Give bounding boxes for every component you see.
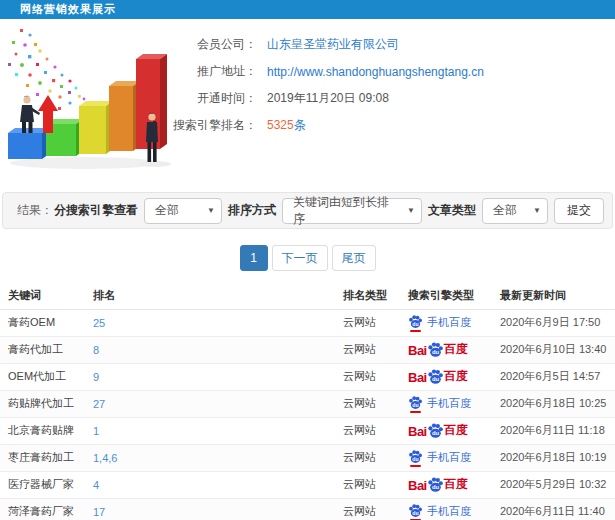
cell-rank-link[interactable]: 9 — [85, 363, 335, 390]
cell-engine-type: Baidu百度 — [400, 336, 492, 363]
cell-keyword: 医疗器械厂家 — [0, 471, 85, 498]
info-row-company: 会员公司： 山东皇圣堂药业有限公司 — [185, 31, 484, 58]
svg-text:du: du — [412, 401, 418, 407]
engine-label: 手机百度 — [427, 315, 471, 330]
rank-count-number: 5325 — [267, 118, 294, 132]
baidu-paw-icon: du — [408, 314, 423, 329]
svg-text:du: du — [432, 376, 440, 382]
mobile-baidu-logo: du手机百度 — [408, 449, 471, 467]
cell-rank-link[interactable]: 27 — [85, 390, 335, 417]
baidu-logo-cn: 百度 — [444, 476, 468, 493]
cell-engine-type: Baidu百度 — [400, 363, 492, 390]
page-header: 网络营销效果展示 — [0, 0, 615, 19]
cell-updated-time: 2020年5月29日 10:32 — [492, 471, 615, 498]
paw-underline — [410, 411, 421, 413]
cell-updated-time: 2020年6月11日 11:18 — [492, 417, 615, 444]
pagination: 1 下一页 尾页 — [0, 245, 615, 271]
engine-label: 手机百度 — [427, 504, 471, 519]
cell-rank-type: 云网站 — [335, 309, 400, 336]
table-row: 枣庄膏药加工1,4,6云网站du手机百度2020年6月18日 10:19 — [0, 444, 615, 471]
table-header-row: 关键词 排名 排名类型 搜索引擎类型 最新更新时间 — [0, 283, 615, 309]
company-label: 会员公司： — [185, 36, 257, 53]
table-row: 药贴牌代加工27云网站du手机百度2020年6月18日 10:25 — [0, 390, 615, 417]
header-keyword: 关键词 — [0, 283, 85, 309]
cell-keyword: 药贴牌代加工 — [0, 390, 85, 417]
paw-underline — [410, 465, 421, 467]
info-row-rank-count: 搜索引擎排名： 5325条 — [185, 112, 484, 139]
promo-url-label: 推广地址： — [185, 63, 257, 80]
cell-engine-type: du手机百度 — [400, 390, 492, 417]
bar-yellow — [79, 101, 113, 154]
svg-text:du: du — [432, 349, 440, 355]
cell-updated-time: 2020年6月9日 17:50 — [492, 309, 615, 336]
chevron-down-icon: ▼ — [207, 206, 215, 215]
baidu-logo: Baidu百度 — [408, 476, 468, 493]
cell-rank-link[interactable]: 17 — [85, 498, 335, 520]
chevron-down-icon: ▼ — [407, 206, 415, 215]
chevron-down-icon: ▼ — [533, 206, 541, 215]
baidu-logo-bai: Bai — [408, 370, 427, 385]
page-button-next[interactable]: 下一页 — [272, 245, 328, 271]
baidu-logo-cn: 百度 — [444, 422, 468, 439]
table-row: 膏药代加工8云网站Baidu百度2020年6月10日 13:40 — [0, 336, 615, 363]
engine-filter-value: 全部 — [155, 202, 179, 219]
cell-updated-time: 2020年6月11日 11:40 — [492, 498, 615, 520]
submit-button[interactable]: 提交 — [554, 198, 604, 224]
baidu-paw-icon: du — [408, 503, 423, 518]
svg-text:du: du — [412, 320, 418, 326]
article-type-select[interactable]: 全部 ▼ — [482, 198, 548, 224]
cell-keyword: 北京膏药贴牌 — [0, 417, 85, 444]
table-row: 膏药OEM25云网站du手机百度2020年6月9日 17:50 — [0, 309, 615, 336]
promo-url-link[interactable]: http://www.shandonghuangshengtang.cn — [267, 65, 484, 79]
baidu-paw-icon: du — [408, 449, 423, 464]
baidu-logo: Baidu百度 — [408, 422, 468, 439]
svg-text:du: du — [432, 484, 440, 490]
company-info: 会员公司： 山东皇圣堂药业有限公司 推广地址： http://www.shand… — [185, 19, 484, 186]
cell-rank-link[interactable]: 4 — [85, 471, 335, 498]
cell-rank-link[interactable]: 1,4,6 — [85, 444, 335, 471]
baidu-logo-cn: 百度 — [444, 341, 468, 358]
article-type-value: 全部 — [493, 202, 517, 219]
mobile-baidu-logo: du手机百度 — [408, 395, 471, 413]
baidu-paw-icon: du — [427, 476, 444, 493]
baidu-logo: Baidu百度 — [408, 341, 468, 358]
baidu-paw-icon: du — [427, 341, 444, 358]
cell-engine-type: Baidu百度 — [400, 471, 492, 498]
cell-keyword: OEM代加工 — [0, 363, 85, 390]
svg-text:du: du — [412, 455, 418, 461]
cell-updated-time: 2020年6月18日 10:25 — [492, 390, 615, 417]
page-button-last[interactable]: 尾页 — [332, 245, 376, 271]
mobile-baidu-logo: du手机百度 — [408, 314, 471, 332]
company-name-link[interactable]: 山东皇圣堂药业有限公司 — [267, 36, 399, 53]
cell-rank-type: 云网站 — [335, 498, 400, 520]
engine-filter-select[interactable]: 全部 ▼ — [144, 198, 222, 224]
sort-filter-select[interactable]: 关键词由短到长排序 ▼ — [282, 198, 422, 224]
cell-engine-type: du手机百度 — [400, 309, 492, 336]
result-label: 结果： — [17, 202, 53, 219]
article-type-label: 文章类型 — [428, 202, 476, 219]
sort-filter-label: 排序方式 — [228, 202, 276, 219]
bar-chart-illustration — [0, 21, 185, 181]
cell-engine-type: du手机百度 — [400, 444, 492, 471]
header-engine-type: 搜索引擎类型 — [400, 283, 492, 309]
header-rank-type: 排名类型 — [335, 283, 400, 309]
cell-rank-link[interactable]: 25 — [85, 309, 335, 336]
header-rank: 排名 — [85, 283, 335, 309]
cell-rank-link[interactable]: 1 — [85, 417, 335, 444]
engine-filter-label: 分搜索引擎查看 — [54, 202, 138, 219]
businessman-left — [20, 96, 40, 133]
cell-engine-type: Baidu百度 — [400, 417, 492, 444]
open-time-label: 开通时间： — [185, 90, 257, 107]
cell-keyword: 枣庄膏药加工 — [0, 444, 85, 471]
svg-text:du: du — [412, 509, 418, 515]
rank-count-value[interactable]: 5325条 — [267, 117, 306, 134]
baidu-logo-bai: Bai — [408, 478, 427, 493]
paw-underline — [410, 330, 421, 332]
baidu-paw-icon: du — [408, 395, 423, 410]
cell-rank-type: 云网站 — [335, 471, 400, 498]
info-row-open-time: 开通时间： 2019年11月20日 09:08 — [185, 85, 484, 112]
page-button-current[interactable]: 1 — [240, 245, 268, 271]
cell-rank-link[interactable]: 8 — [85, 336, 335, 363]
table-row: 北京膏药贴牌1云网站Baidu百度2020年6月11日 11:18 — [0, 417, 615, 444]
baidu-paw-icon: du — [427, 422, 444, 439]
